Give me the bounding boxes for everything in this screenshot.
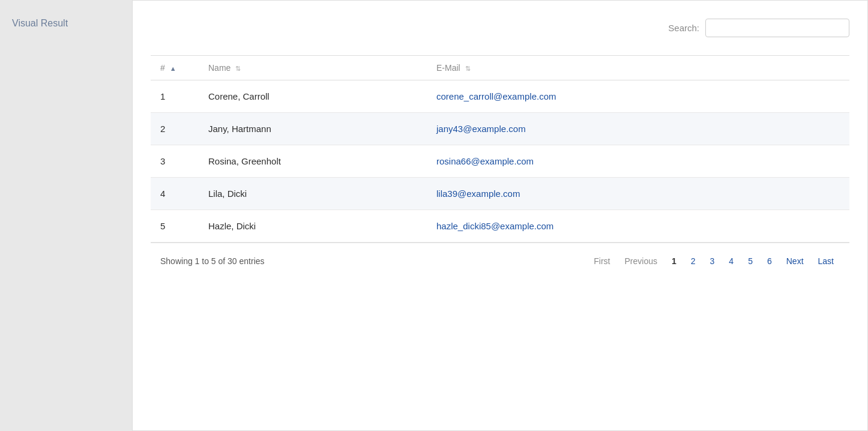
table-row: 4 Lila, Dicki lila39@example.com (151, 178, 849, 210)
page-3-button[interactable]: 3 (704, 254, 721, 268)
last-button[interactable]: Last (812, 254, 840, 268)
cell-email: jany43@example.com (427, 113, 849, 145)
cell-num: 3 (151, 145, 199, 178)
search-input[interactable] (705, 19, 849, 37)
cell-num: 1 (151, 80, 199, 113)
page-1-button[interactable]: 1 (666, 254, 683, 268)
cell-name: Jany, Hartmann (199, 113, 427, 145)
cell-name: Corene, Carroll (199, 80, 427, 113)
cell-num: 4 (151, 178, 199, 210)
col-header-name[interactable]: Name ⇅ (199, 56, 427, 80)
cell-num: 2 (151, 113, 199, 145)
page-5-button[interactable]: 5 (742, 254, 759, 268)
cell-email: hazle_dicki85@example.com (427, 210, 849, 243)
table-body: 1 Corene, Carroll corene_carroll@example… (151, 80, 849, 243)
col-header-email[interactable]: E-Mail ⇅ (427, 56, 849, 80)
showing-text: Showing 1 to 5 of 30 entries (160, 256, 265, 266)
cell-name: Hazle, Dicki (199, 210, 427, 243)
data-table: # ▲ Name ⇅ E-Mail ⇅ 1 Corene, Carroll (151, 55, 849, 243)
sidebar: Visual Result (0, 0, 132, 431)
cell-email: rosina66@example.com (427, 145, 849, 178)
next-button[interactable]: Next (780, 254, 810, 268)
table-row: 5 Hazle, Dicki hazle_dicki85@example.com (151, 210, 849, 243)
search-bar: Search: (151, 13, 849, 43)
cell-name: Lila, Dicki (199, 178, 427, 210)
search-label: Search: (668, 23, 699, 33)
sort-icon-email: ⇅ (465, 65, 471, 73)
main-content: Search: # ▲ Name ⇅ E-Mail ⇅ (132, 0, 868, 431)
table-row: 1 Corene, Carroll corene_carroll@example… (151, 80, 849, 113)
page-4-button[interactable]: 4 (723, 254, 740, 268)
cell-num: 5 (151, 210, 199, 243)
table-row: 2 Jany, Hartmann jany43@example.com (151, 113, 849, 145)
pagination: First Previous 1 2 3 4 5 6 Next Last (588, 254, 840, 268)
previous-button[interactable]: Previous (618, 254, 663, 268)
cell-email: corene_carroll@example.com (427, 80, 849, 113)
page-6-button[interactable]: 6 (761, 254, 778, 268)
cell-email: lila39@example.com (427, 178, 849, 210)
table-footer: Showing 1 to 5 of 30 entries First Previ… (151, 243, 849, 279)
sidebar-title: Visual Result (12, 18, 68, 28)
page-2-button[interactable]: 2 (685, 254, 702, 268)
sort-icon-num: ▲ (170, 65, 176, 72)
table-row: 3 Rosina, Greenholt rosina66@example.com (151, 145, 849, 178)
col-header-num[interactable]: # ▲ (151, 56, 199, 80)
cell-name: Rosina, Greenholt (199, 145, 427, 178)
sort-icon-name: ⇅ (235, 65, 241, 73)
first-button[interactable]: First (588, 254, 616, 268)
table-header-row: # ▲ Name ⇅ E-Mail ⇅ (151, 56, 849, 80)
